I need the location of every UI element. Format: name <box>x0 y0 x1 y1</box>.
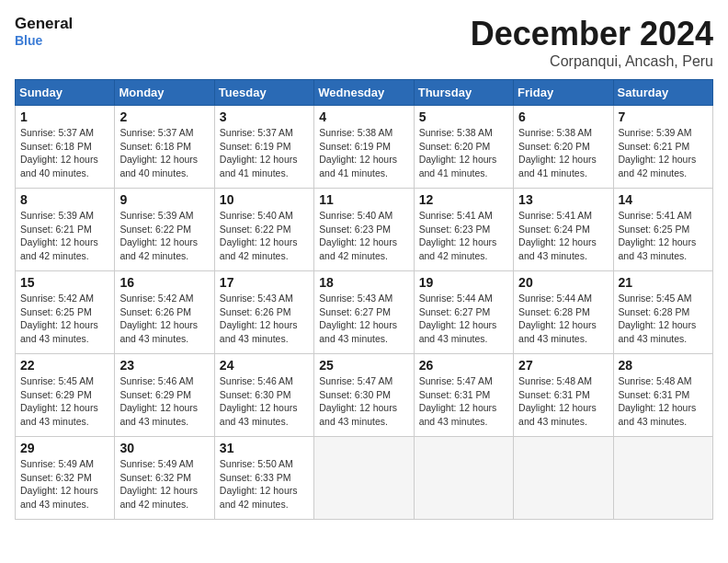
day-info: Sunrise: 5:43 AMSunset: 6:27 PMDaylight:… <box>319 292 408 346</box>
day-info: Sunrise: 5:41 AMSunset: 6:25 PMDaylight:… <box>619 209 708 263</box>
day-info: Sunrise: 5:39 AMSunset: 6:22 PMDaylight:… <box>119 209 209 263</box>
day-number: 13 <box>518 192 608 207</box>
calendar-week-row: 1Sunrise: 5:37 AMSunset: 6:18 PMDaylight… <box>16 106 713 189</box>
day-info: Sunrise: 5:47 AMSunset: 6:30 PMDaylight:… <box>319 374 408 429</box>
calendar-cell: 17Sunrise: 5:43 AMSunset: 6:26 PMDayligh… <box>214 271 313 354</box>
calendar-cell: 12Sunrise: 5:41 AMSunset: 6:23 PMDayligh… <box>414 189 513 271</box>
day-number: 18 <box>319 275 408 290</box>
day-info: Sunrise: 5:45 AMSunset: 6:29 PMDaylight:… <box>20 374 109 429</box>
day-header-thursday: Thursday <box>414 80 513 106</box>
calendar-cell: 4Sunrise: 5:38 AMSunset: 6:19 PMDaylight… <box>314 106 414 189</box>
day-info: Sunrise: 5:42 AMSunset: 6:25 PMDaylight:… <box>20 292 109 346</box>
calendar-cell: 7Sunrise: 5:39 AMSunset: 6:21 PMDaylight… <box>613 106 712 189</box>
day-number: 26 <box>419 358 508 373</box>
calendar-cell: 23Sunrise: 5:46 AMSunset: 6:29 PMDayligh… <box>115 354 214 437</box>
calendar-week-row: 8Sunrise: 5:39 AMSunset: 6:21 PMDaylight… <box>16 189 713 271</box>
day-info: Sunrise: 5:48 AMSunset: 6:31 PMDaylight:… <box>518 374 608 429</box>
day-info: Sunrise: 5:38 AMSunset: 6:20 PMDaylight:… <box>518 126 608 180</box>
calendar-cell: 27Sunrise: 5:48 AMSunset: 6:31 PMDayligh… <box>514 354 613 437</box>
day-header-monday: Monday <box>115 80 214 106</box>
day-info: Sunrise: 5:48 AMSunset: 6:31 PMDaylight:… <box>619 374 708 429</box>
day-number: 21 <box>619 275 708 290</box>
calendar-cell: 28Sunrise: 5:48 AMSunset: 6:31 PMDayligh… <box>613 354 712 437</box>
day-info: Sunrise: 5:49 AMSunset: 6:32 PMDaylight:… <box>20 457 109 511</box>
calendar-cell <box>613 437 712 520</box>
day-number: 27 <box>518 358 608 373</box>
day-number: 5 <box>419 109 508 124</box>
calendar-cell: 1Sunrise: 5:37 AMSunset: 6:18 PMDaylight… <box>16 106 115 189</box>
day-number: 28 <box>619 358 708 373</box>
day-info: Sunrise: 5:37 AMSunset: 6:19 PMDaylight:… <box>220 126 309 180</box>
day-info: Sunrise: 5:38 AMSunset: 6:20 PMDaylight:… <box>419 126 508 180</box>
day-number: 2 <box>119 109 209 124</box>
calendar-header-row: SundayMondayTuesdayWednesdayThursdayFrid… <box>16 80 713 106</box>
day-number: 17 <box>220 275 309 290</box>
calendar-week-row: 22Sunrise: 5:45 AMSunset: 6:29 PMDayligh… <box>16 354 713 437</box>
day-number: 8 <box>20 192 109 207</box>
logo-line1: General <box>15 15 73 33</box>
day-info: Sunrise: 5:50 AMSunset: 6:33 PMDaylight:… <box>220 457 309 511</box>
day-info: Sunrise: 5:47 AMSunset: 6:31 PMDaylight:… <box>419 374 508 429</box>
day-info: Sunrise: 5:44 AMSunset: 6:27 PMDaylight:… <box>419 292 508 346</box>
calendar-cell: 24Sunrise: 5:46 AMSunset: 6:30 PMDayligh… <box>214 354 313 437</box>
calendar-cell: 5Sunrise: 5:38 AMSunset: 6:20 PMDaylight… <box>414 106 513 189</box>
calendar-cell: 19Sunrise: 5:44 AMSunset: 6:27 PMDayligh… <box>414 271 513 354</box>
day-header-saturday: Saturday <box>613 80 712 106</box>
day-number: 31 <box>220 441 309 455</box>
day-header-tuesday: Tuesday <box>214 80 313 106</box>
day-info: Sunrise: 5:39 AMSunset: 6:21 PMDaylight:… <box>619 126 708 180</box>
calendar-cell: 8Sunrise: 5:39 AMSunset: 6:21 PMDaylight… <box>16 189 115 271</box>
day-number: 12 <box>419 192 508 207</box>
day-info: Sunrise: 5:45 AMSunset: 6:28 PMDaylight:… <box>619 292 708 346</box>
calendar-cell <box>514 437 613 520</box>
day-info: Sunrise: 5:40 AMSunset: 6:23 PMDaylight:… <box>319 209 408 263</box>
calendar-cell: 10Sunrise: 5:40 AMSunset: 6:22 PMDayligh… <box>214 189 313 271</box>
calendar-cell: 16Sunrise: 5:42 AMSunset: 6:26 PMDayligh… <box>115 271 214 354</box>
day-number: 11 <box>319 192 408 207</box>
day-info: Sunrise: 5:37 AMSunset: 6:18 PMDaylight:… <box>119 126 209 180</box>
calendar-cell: 18Sunrise: 5:43 AMSunset: 6:27 PMDayligh… <box>314 271 414 354</box>
day-info: Sunrise: 5:41 AMSunset: 6:24 PMDaylight:… <box>518 209 608 263</box>
calendar-cell: 22Sunrise: 5:45 AMSunset: 6:29 PMDayligh… <box>16 354 115 437</box>
calendar-cell <box>314 437 414 520</box>
calendar-cell: 20Sunrise: 5:44 AMSunset: 6:28 PMDayligh… <box>514 271 613 354</box>
calendar-cell: 9Sunrise: 5:39 AMSunset: 6:22 PMDaylight… <box>115 189 214 271</box>
subtitle: Corpanqui, Ancash, Peru <box>471 53 713 70</box>
calendar-week-row: 15Sunrise: 5:42 AMSunset: 6:25 PMDayligh… <box>16 271 713 354</box>
calendar-week-row: 29Sunrise: 5:49 AMSunset: 6:32 PMDayligh… <box>16 437 713 520</box>
calendar-cell: 29Sunrise: 5:49 AMSunset: 6:32 PMDayligh… <box>16 437 115 520</box>
day-header-sunday: Sunday <box>16 80 115 106</box>
calendar-cell: 15Sunrise: 5:42 AMSunset: 6:25 PMDayligh… <box>16 271 115 354</box>
day-number: 3 <box>220 109 309 124</box>
day-info: Sunrise: 5:39 AMSunset: 6:21 PMDaylight:… <box>20 209 109 263</box>
day-info: Sunrise: 5:46 AMSunset: 6:29 PMDaylight:… <box>119 374 209 429</box>
logo: General Blue <box>15 15 73 49</box>
day-number: 6 <box>518 109 608 124</box>
calendar-cell: 21Sunrise: 5:45 AMSunset: 6:28 PMDayligh… <box>613 271 712 354</box>
day-info: Sunrise: 5:43 AMSunset: 6:26 PMDaylight:… <box>220 292 309 346</box>
day-info: Sunrise: 5:46 AMSunset: 6:30 PMDaylight:… <box>220 374 309 429</box>
day-info: Sunrise: 5:41 AMSunset: 6:23 PMDaylight:… <box>419 209 508 263</box>
calendar-cell: 3Sunrise: 5:37 AMSunset: 6:19 PMDaylight… <box>214 106 313 189</box>
day-number: 29 <box>20 441 109 455</box>
day-number: 25 <box>319 358 408 373</box>
day-number: 23 <box>119 358 209 373</box>
day-number: 30 <box>119 441 209 455</box>
calendar-cell: 30Sunrise: 5:49 AMSunset: 6:32 PMDayligh… <box>115 437 214 520</box>
day-number: 20 <box>518 275 608 290</box>
day-header-wednesday: Wednesday <box>314 80 414 106</box>
title-area: December 2024 Corpanqui, Ancash, Peru <box>471 15 713 70</box>
day-info: Sunrise: 5:42 AMSunset: 6:26 PMDaylight:… <box>119 292 209 346</box>
calendar-cell: 26Sunrise: 5:47 AMSunset: 6:31 PMDayligh… <box>414 354 513 437</box>
day-info: Sunrise: 5:40 AMSunset: 6:22 PMDaylight:… <box>220 209 309 263</box>
calendar-cell: 13Sunrise: 5:41 AMSunset: 6:24 PMDayligh… <box>514 189 613 271</box>
day-number: 15 <box>20 275 109 290</box>
day-number: 24 <box>220 358 309 373</box>
calendar-cell: 2Sunrise: 5:37 AMSunset: 6:18 PMDaylight… <box>115 106 214 189</box>
day-number: 16 <box>119 275 209 290</box>
calendar-cell: 11Sunrise: 5:40 AMSunset: 6:23 PMDayligh… <box>314 189 414 271</box>
calendar: SundayMondayTuesdayWednesdayThursdayFrid… <box>15 79 713 520</box>
day-number: 19 <box>419 275 508 290</box>
calendar-cell: 25Sunrise: 5:47 AMSunset: 6:30 PMDayligh… <box>314 354 414 437</box>
calendar-cell <box>414 437 513 520</box>
